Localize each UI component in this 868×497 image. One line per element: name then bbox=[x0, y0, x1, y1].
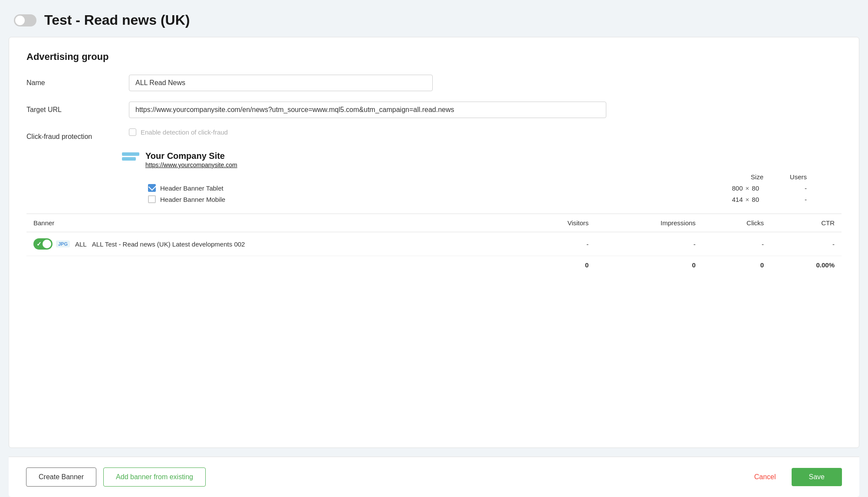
main-card: Advertising group Name Target URL Click-… bbox=[9, 37, 859, 448]
size-x-mobile: × bbox=[746, 196, 750, 203]
clicks-cell: - bbox=[703, 232, 771, 256]
section-title: Advertising group bbox=[26, 51, 842, 63]
col-clicks: Clicks bbox=[703, 214, 771, 232]
total-visitors: 0 bbox=[519, 256, 596, 274]
banner-size-mobile: 414 × 80 bbox=[690, 196, 759, 203]
cell-banner-inner: ✓ JPG ALL ALL Test - Read news (UK) Late… bbox=[33, 238, 512, 250]
banner-name-mobile: Header Banner Mobile bbox=[160, 196, 685, 203]
target-url-input[interactable] bbox=[129, 102, 606, 118]
size-x-tablet: × bbox=[746, 184, 750, 192]
site-icon bbox=[122, 152, 139, 168]
impressions-cell: - bbox=[595, 232, 703, 256]
banner-col-size: Size bbox=[694, 173, 763, 181]
banner-size-tablet: 800 × 80 bbox=[690, 184, 759, 192]
visitors-cell: - bbox=[519, 232, 596, 256]
click-fraud-checkbox[interactable] bbox=[129, 128, 136, 136]
banner-cell: ✓ JPG ALL ALL Test - Read news (UK) Late… bbox=[26, 232, 519, 256]
col-impressions: Impressions bbox=[595, 214, 703, 232]
click-fraud-placeholder: Enable detection of click-fraud bbox=[141, 128, 228, 136]
click-fraud-checkbox-row: Enable detection of click-fraud bbox=[129, 128, 228, 136]
site-icon-strip-bottom bbox=[122, 157, 136, 161]
check-icon: ✓ bbox=[36, 240, 41, 246]
banner-width-mobile: 414 bbox=[732, 196, 743, 203]
click-fraud-label: Click-fraud protection bbox=[26, 128, 122, 141]
site-header: Your Company Site https://www.yourcompan… bbox=[122, 151, 842, 169]
name-label: Name bbox=[26, 75, 122, 87]
cancel-button[interactable]: Cancel bbox=[746, 468, 785, 486]
table-row: ✓ JPG ALL ALL Test - Read news (UK) Late… bbox=[26, 232, 842, 256]
target-url-label: Target URL bbox=[26, 102, 122, 114]
name-input[interactable] bbox=[129, 75, 433, 91]
banner-users-mobile: - bbox=[763, 196, 807, 203]
click-fraud-row: Click-fraud protection Enable detection … bbox=[26, 128, 842, 141]
footer-bar: Create Banner Add banner from existing C… bbox=[9, 457, 859, 497]
col-visitors: Visitors bbox=[519, 214, 596, 232]
banner-height-mobile: 80 bbox=[752, 196, 759, 203]
banner-full-name: ALL Test - Read news (UK) Latest develop… bbox=[92, 240, 245, 248]
banner-toggle-on[interactable]: ✓ bbox=[33, 238, 53, 250]
stats-total-row: 0 0 0 0.00% bbox=[26, 256, 842, 274]
total-ctr: 0.00% bbox=[771, 256, 842, 274]
save-button[interactable]: Save bbox=[792, 468, 842, 486]
ctr-cell: - bbox=[771, 232, 842, 256]
format-badge: JPG bbox=[56, 240, 70, 247]
banner-name-tablet: Header Banner Tablet bbox=[160, 184, 685, 192]
stats-table: Banner Visitors Impressions Clicks CTR ✓… bbox=[26, 214, 842, 274]
page-toggle[interactable] bbox=[14, 14, 36, 26]
page-header: Test - Read news (UK) bbox=[0, 0, 868, 37]
banner-table-header: Size Users bbox=[148, 173, 842, 181]
banner-users-tablet: - bbox=[763, 184, 807, 192]
target-url-row: Target URL bbox=[26, 102, 842, 118]
create-banner-button[interactable]: Create Banner bbox=[26, 467, 96, 487]
stats-header-row: Banner Visitors Impressions Clicks CTR bbox=[26, 214, 842, 232]
banner-checkbox-tablet[interactable] bbox=[148, 184, 156, 192]
banner-width-tablet: 800 bbox=[732, 184, 743, 192]
banner-col-users: Users bbox=[763, 173, 807, 181]
banner-height-tablet: 80 bbox=[752, 184, 759, 192]
add-banner-button[interactable]: Add banner from existing bbox=[103, 467, 206, 487]
site-icon-strip-top bbox=[122, 152, 139, 156]
banner-row-0: Header Banner Tablet 800 × 80 - bbox=[148, 184, 842, 192]
page-title: Test - Read news (UK) bbox=[44, 12, 190, 28]
total-impressions: 0 bbox=[595, 256, 703, 274]
total-label bbox=[26, 256, 519, 274]
site-section: Your Company Site https://www.yourcompan… bbox=[122, 151, 842, 203]
banner-row-1: Header Banner Mobile 414 × 80 - bbox=[148, 195, 842, 203]
col-ctr: CTR bbox=[771, 214, 842, 232]
total-clicks: 0 bbox=[703, 256, 771, 274]
site-url[interactable]: https://www.yourcompanysite.com bbox=[145, 161, 237, 168]
name-row: Name bbox=[26, 75, 842, 91]
banner-checkbox-mobile[interactable] bbox=[148, 195, 156, 203]
site-name: Your Company Site bbox=[145, 151, 237, 161]
col-banner: Banner bbox=[26, 214, 519, 232]
banner-label-all: ALL bbox=[75, 240, 87, 248]
site-info: Your Company Site https://www.yourcompan… bbox=[145, 151, 237, 169]
